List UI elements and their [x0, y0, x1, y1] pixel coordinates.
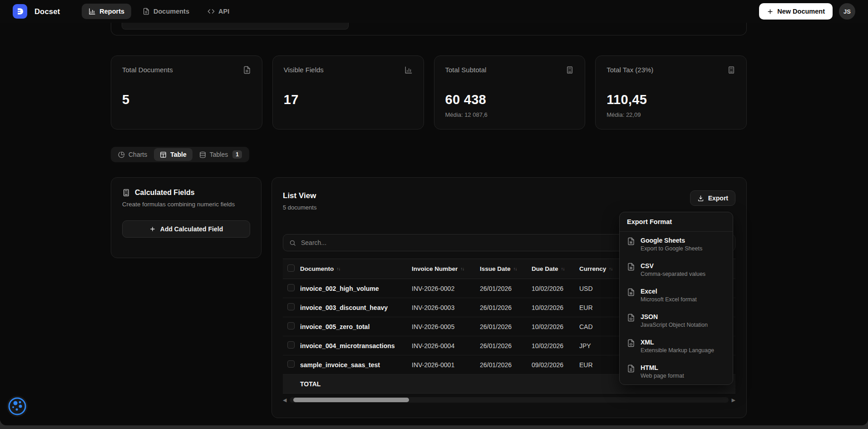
- export-option-json[interactable]: JSONJavaScript Object Notation: [620, 308, 733, 334]
- sort-icon: ↑↓: [513, 266, 517, 271]
- stat-value: 110,45: [607, 92, 735, 107]
- row-checkbox[interactable]: [287, 303, 295, 310]
- nav-tab-api[interactable]: API: [201, 4, 236, 19]
- calculated-fields-description: Create formulas combining numeric fields: [122, 201, 250, 208]
- bar-chart-icon: [404, 66, 413, 74]
- download-icon: [697, 195, 704, 202]
- stat-card-visible-fields: Visible Fields 17: [272, 55, 424, 130]
- database-icon: [199, 151, 206, 158]
- nav-tab-documents[interactable]: Documents: [136, 4, 196, 19]
- column-header-documento[interactable]: Documento↑↓: [300, 265, 412, 272]
- calculated-fields-title: Calculated Fields: [135, 189, 195, 197]
- tables-count-badge: 1: [232, 150, 242, 159]
- main-nav: Reports Documents API: [82, 4, 236, 19]
- export-option-html[interactable]: HTMLWeb page format: [620, 359, 733, 384]
- sort-icon: ↑↓: [609, 266, 612, 271]
- view-tab-tables[interactable]: Tables 1: [193, 148, 248, 161]
- table-icon: [160, 151, 167, 158]
- row-checkbox[interactable]: [287, 322, 295, 329]
- export-option-excel[interactable]: ExcelMicrosoft Excel format: [620, 283, 733, 308]
- plus-icon: [149, 226, 156, 232]
- horizontal-scrollbar: ◀ ▶: [283, 397, 735, 403]
- file-spreadsheet-icon: [627, 263, 635, 271]
- total-label: TOTAL: [300, 380, 412, 388]
- file-code-icon: [627, 314, 635, 322]
- code-icon: [207, 8, 215, 15]
- bar-chart-icon: [89, 8, 96, 15]
- view-tab-charts[interactable]: Charts: [112, 148, 153, 161]
- row-checkbox[interactable]: [287, 360, 295, 368]
- scroll-right-icon[interactable]: ▶: [732, 397, 735, 403]
- stat-value: 5: [122, 92, 251, 107]
- top-nav: Docset Reports Documents API New Documen…: [0, 0, 868, 23]
- brand-name: Docset: [35, 7, 60, 16]
- nav-tab-reports[interactable]: Reports: [82, 4, 131, 19]
- stat-card-total-documents: Total Documents 5: [111, 55, 262, 130]
- stat-card-total-subtotal: Total Subtotal 60 438 Média: 12 087,6: [434, 55, 586, 130]
- search-icon: [289, 239, 296, 246]
- sort-icon: ↑↓: [460, 266, 464, 271]
- scrollbar-track[interactable]: [290, 397, 728, 403]
- stat-label: Total Documents: [122, 66, 173, 74]
- stat-card-total-tax: Total Tax (23%) 110,45 Média: 22,09: [595, 55, 747, 130]
- scrollbar-thumb[interactable]: [293, 398, 409, 402]
- stat-label: Visible Fields: [284, 66, 324, 74]
- docset-logo-icon[interactable]: [13, 4, 27, 19]
- sort-icon: ↑↓: [561, 266, 565, 271]
- file-text-icon: [627, 364, 635, 373]
- export-menu-title: Export Format: [620, 212, 733, 232]
- stat-sub: Média: 12 087,6: [445, 111, 574, 118]
- add-calculated-field-button[interactable]: Add Calculated Field: [122, 220, 250, 238]
- scroll-left-icon[interactable]: ◀: [283, 397, 286, 403]
- cookie-widget-button[interactable]: [7, 396, 28, 417]
- row-checkbox[interactable]: [287, 341, 295, 349]
- file-code-icon: [627, 339, 635, 347]
- stat-label: Total Tax (23%): [607, 66, 653, 74]
- export-option-csv[interactable]: CSVComma-separated values: [620, 257, 733, 283]
- select-all-checkbox[interactable]: [287, 264, 295, 272]
- export-format-menu: Export Format Google SheetsExport to Goo…: [619, 212, 733, 385]
- app-window: Docset Reports Documents API New Documen…: [0, 0, 868, 425]
- sort-icon: ↑↓: [336, 266, 340, 271]
- stat-value: 17: [284, 92, 413, 107]
- document-count: 5 documents: [283, 204, 316, 211]
- view-tab-table[interactable]: Table: [154, 148, 192, 161]
- plus-icon: [767, 8, 774, 15]
- stat-sub: [284, 111, 413, 117]
- row-checkbox[interactable]: [287, 284, 295, 291]
- calculator-icon: [122, 189, 130, 197]
- stat-label: Total Subtotal: [445, 66, 487, 74]
- file-spreadsheet-icon: [627, 237, 635, 245]
- export-option-xml[interactable]: XMLExtensible Markup Language: [620, 334, 733, 359]
- stat-sub: Média: 22,09: [607, 111, 735, 118]
- stats-row: Total Documents 5 Visible Fields 17 Tota…: [111, 55, 747, 130]
- export-option-google-sheets[interactable]: Google SheetsExport to Google Sheets: [620, 232, 733, 257]
- stat-value: 60 438: [445, 92, 574, 107]
- calculated-fields-panel: Calculated Fields Create formulas combin…: [111, 177, 261, 258]
- pie-chart-icon: [118, 151, 125, 158]
- list-view-title: List View: [283, 191, 316, 200]
- clipped-card-inner-bar: [122, 23, 349, 30]
- column-header-due-date[interactable]: Due Date↑↓: [532, 265, 579, 272]
- document-icon: [243, 66, 251, 74]
- cookie-icon: [7, 396, 28, 417]
- new-document-button[interactable]: New Document: [759, 3, 833, 20]
- file-spreadsheet-icon: [627, 288, 635, 296]
- export-button[interactable]: Export: [690, 190, 735, 206]
- column-header-invoice-number[interactable]: Invoice Number↑↓: [412, 265, 480, 272]
- stat-sub: [122, 111, 251, 117]
- calculator-icon: [727, 66, 735, 74]
- user-avatar[interactable]: JS: [839, 3, 855, 20]
- calculator-icon: [566, 66, 574, 74]
- column-header-issue-date[interactable]: Issue Date↑↓: [480, 265, 532, 272]
- view-switcher: Charts Table Tables 1: [111, 147, 249, 162]
- document-icon: [143, 8, 150, 15]
